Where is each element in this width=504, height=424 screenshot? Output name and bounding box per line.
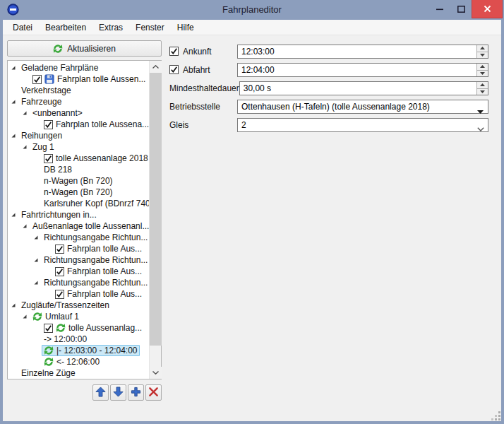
dropdown-arrow-icon: [477, 106, 484, 116]
spin-down-button[interactable]: [477, 71, 488, 77]
tree-item[interactable]: Fahrtrichtungen in...: [8, 209, 149, 220]
tree-item-label: Richtungsangabe Richtun...: [44, 254, 148, 266]
checkbox[interactable]: [169, 65, 179, 75]
x-mark-icon: [148, 387, 159, 399]
expander-icon[interactable]: [32, 279, 42, 286]
menu-item-hilfe[interactable]: Hilfe: [171, 20, 200, 35]
refresh-button[interactable]: Aktualisieren: [7, 40, 162, 57]
scroll-down-button[interactable]: [150, 367, 162, 379]
maximize-button[interactable]: [450, 0, 472, 18]
tree-item[interactable]: Fahrplan tolle Aus...: [8, 288, 149, 300]
dropdown[interactable]: Ottenhausen (H-Tafeln) (tolle Aussenanla…: [237, 100, 488, 114]
move-down-button[interactable]: [110, 384, 126, 401]
checkbox[interactable]: [169, 47, 179, 57]
menu-item-bearbeiten[interactable]: Bearbeiten: [39, 20, 92, 35]
close-button[interactable]: [472, 0, 503, 18]
tree-item[interactable]: Karlsruher Kopf (BDnrzf 740): [8, 198, 149, 209]
tree-item[interactable]: |- 12:03:00 - 12:04:00: [8, 345, 149, 356]
tree-item[interactable]: Einzelne Züge: [8, 367, 149, 379]
spinner[interactable]: [476, 64, 488, 76]
tree-item[interactable]: Fahrplan tolle Aus...: [8, 243, 149, 254]
tree-item[interactable]: Richtungsangabe Richtun...: [8, 277, 149, 288]
tree-item-label: tolle Aussenanlage 2018: [56, 153, 148, 164]
field-value: Ottenhausen (H-Tafeln) (tolle Aussenanla…: [241, 102, 430, 112]
tree-item[interactable]: Fahrplan tolle Aussena...: [8, 119, 149, 130]
checkbox[interactable]: [55, 290, 64, 299]
tree-item-label: Fahrplan tolle Aus...: [67, 266, 142, 277]
menu-item-extras[interactable]: Extras: [92, 20, 129, 35]
move-up-button[interactable]: [92, 384, 109, 401]
tree-item[interactable]: Umlauf 1: [8, 311, 149, 322]
checkbox[interactable]: [44, 120, 53, 129]
title-bar[interactable]: Fahrplaneditor: [0, 0, 504, 20]
tree-item-label: Außenanlage tolle Aussenanl...: [32, 220, 149, 232]
tree-item[interactable]: Verkehrstage: [8, 85, 149, 96]
combo-box[interactable]: 2: [237, 118, 488, 132]
checkbox[interactable]: [55, 267, 64, 276]
menu-item-datei[interactable]: Datei: [6, 20, 39, 35]
tree-item[interactable]: Fahrzeuge: [8, 96, 149, 107]
scrollbar-thumb[interactable]: [150, 73, 162, 346]
field-value: 12:04:00: [241, 65, 275, 75]
tree-item[interactable]: DB 218: [8, 164, 149, 175]
checkbox[interactable]: [32, 75, 42, 84]
spin-down-button[interactable]: [477, 52, 488, 59]
resize-grip[interactable]: [491, 411, 500, 420]
tree-item[interactable]: tolle Aussenanlage 2018: [8, 153, 149, 164]
tree-item[interactable]: tolle Aussenanlag...: [8, 322, 149, 334]
expander-icon[interactable]: [10, 132, 19, 139]
tree-item[interactable]: Außenanlage tolle Aussenanl...: [8, 220, 149, 232]
tree-view: Geladene Fahrpläne Fahrplan tolle Aussen…: [7, 60, 162, 379]
expander-icon[interactable]: [32, 234, 42, 241]
expander-icon[interactable]: [21, 313, 30, 320]
checkbox[interactable]: [44, 324, 53, 333]
tree-item-label: Geladene Fahrpläne: [21, 62, 98, 73]
tree-item[interactable]: Zugläufe/Trassenzeiten: [8, 300, 149, 311]
tree-item-label: |- 12:03:00 - 12:04:00: [56, 345, 138, 356]
tree-item[interactable]: -> 12:00:00: [8, 334, 149, 345]
delete-button[interactable]: [145, 384, 162, 401]
spinner[interactable]: [476, 45, 488, 58]
spinner[interactable]: [476, 82, 488, 95]
expander-icon[interactable]: [21, 143, 30, 151]
tree-item[interactable]: n-Wagen (Bn 720): [8, 175, 149, 187]
spin-input[interactable]: 12:03:00: [237, 45, 488, 59]
tree-item[interactable]: n-Wagen (Bn 720): [8, 187, 149, 198]
spin-up-button[interactable]: [477, 45, 488, 52]
tree-item[interactable]: Reihungen: [8, 130, 149, 141]
expander-icon[interactable]: [21, 223, 30, 230]
tree-item[interactable]: Richtungsangabe Richtun...: [8, 232, 149, 243]
scroll-up-button[interactable]: [150, 61, 162, 73]
tree-item-label: Umlauf 1: [45, 311, 79, 322]
tree-item[interactable]: Richtungsangabe Richtun...: [8, 254, 149, 266]
expander-icon[interactable]: [10, 98, 19, 105]
field-label: Mindesthaltedauer: [169, 83, 239, 93]
tree-item[interactable]: <unbenannt>: [8, 107, 149, 119]
checkbox[interactable]: [55, 245, 64, 254]
expander-icon[interactable]: [10, 302, 19, 309]
form-row: Ankunft 12:03:00: [169, 45, 488, 59]
tree-item[interactable]: <- 12:06:00: [8, 356, 149, 367]
spin-input[interactable]: 30,00 s: [239, 81, 488, 95]
tree-item[interactable]: Zug 1: [8, 141, 149, 153]
spin-up-button[interactable]: [477, 82, 488, 89]
tree-scrollbar[interactable]: [149, 61, 161, 379]
minimize-button[interactable]: [429, 0, 450, 18]
tree-item[interactable]: Fahrplan tolle Aussen...: [8, 73, 149, 85]
tree-item-label: <- 12:06:00: [56, 356, 100, 367]
checkbox[interactable]: [44, 154, 53, 163]
tree-toolbar: [7, 384, 162, 401]
expander-icon[interactable]: [10, 64, 19, 71]
spin-up-button[interactable]: [477, 64, 488, 71]
expander-icon[interactable]: [10, 211, 19, 218]
spin-down-button[interactable]: [477, 89, 488, 95]
tree-item[interactable]: Fahrplan tolle Aus...: [8, 266, 149, 277]
add-button[interactable]: [128, 384, 144, 401]
tree-item-label: tolle Aussenanlag...: [68, 322, 142, 334]
spin-input[interactable]: 12:04:00: [237, 63, 488, 77]
expander-icon[interactable]: [21, 110, 30, 117]
expander-icon[interactable]: [32, 257, 42, 264]
menu-item-fenster[interactable]: Fenster: [129, 20, 171, 35]
tree-item[interactable]: Geladene Fahrpläne: [8, 62, 149, 73]
field-label: Gleis: [169, 120, 188, 130]
